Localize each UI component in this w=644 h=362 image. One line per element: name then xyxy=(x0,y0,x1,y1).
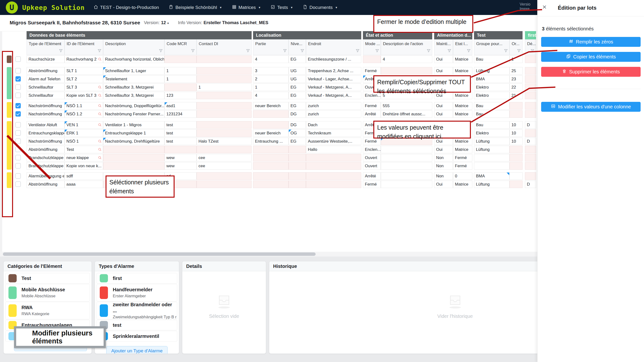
column-header-declenchement[interactable]: Dé... xyxy=(525,39,536,55)
column-header-endroit[interactable]: Endroit xyxy=(306,39,361,55)
cell-declenchement[interactable] xyxy=(525,172,536,180)
filter-icon[interactable] xyxy=(448,49,451,54)
cell-contact-di[interactable]: Halo TZest xyxy=(196,138,252,145)
filter-icon[interactable] xyxy=(246,49,250,54)
cell-mode[interactable]: Fermé xyxy=(363,181,381,188)
cell-id[interactable]: neue klappe xyxy=(64,154,103,161)
cell-ordre[interactable]: 10 xyxy=(510,121,522,129)
cell-type[interactable]: Alarm auf Telefon xyxy=(26,75,64,83)
cell-ordre[interactable]: 22 xyxy=(510,83,522,91)
cell-niveau[interactable]: OG xyxy=(288,129,306,137)
cell-niveau[interactable]: EG xyxy=(288,102,306,110)
cell-niveau[interactable] xyxy=(288,146,306,153)
cell-etat[interactable]: Matrice xyxy=(453,92,472,99)
cell-mode[interactable]: Fermé xyxy=(363,102,381,110)
cell-contact-di[interactable] xyxy=(196,67,252,74)
cell-mode[interactable]: Arrêté xyxy=(363,75,381,83)
cell-etat[interactable] xyxy=(453,75,472,83)
search-icon[interactable] xyxy=(98,94,102,98)
cell-niveau[interactable] xyxy=(288,154,306,161)
cell-id[interactable]: NSÖ 1.2 xyxy=(64,110,103,118)
filter-icon[interactable] xyxy=(191,49,195,54)
cell-niveau[interactable]: UG xyxy=(288,67,306,74)
cell-id[interactable]: Kopie von neue k... xyxy=(64,162,103,170)
cell-endroit[interactable]: zurich xyxy=(306,102,361,110)
cell-id[interactable]: Test xyxy=(64,146,103,153)
cell-endroit[interactable]: Verkauf - Lager, Achse... xyxy=(306,75,361,83)
cell-maintien[interactable]: Oui xyxy=(434,92,453,99)
cell-contact-di[interactable] xyxy=(196,172,252,180)
cell-code-mcr[interactable]: 1 xyxy=(164,75,196,83)
filter-icon[interactable] xyxy=(283,49,287,54)
cell-etat[interactable]: Matrice xyxy=(453,67,472,74)
cell-etat[interactable] xyxy=(453,83,472,91)
cell-ordre[interactable]: 25 xyxy=(510,67,522,74)
cell-type[interactable]: Nachströmöffnung xyxy=(26,102,64,110)
cell-endroit[interactable]: Treppenhaus 2, Achse ... xyxy=(306,67,361,74)
cell-partie[interactable] xyxy=(253,121,288,129)
cell-type[interactable]: Abströmöffnung xyxy=(26,67,64,74)
cell-description[interactable]: Schnelllauftor 3, Metzgerei xyxy=(103,83,164,91)
cell-code-mcr[interactable]: wew xyxy=(164,154,196,161)
cell-action-description[interactable] xyxy=(381,146,432,153)
cell-code-mcr[interactable]: test xyxy=(164,129,196,137)
cell-groupe[interactable]: Bau xyxy=(474,121,510,129)
cell-etat[interactable]: Matrice xyxy=(453,138,472,145)
cell-endroit[interactable] xyxy=(306,162,361,170)
close-icon[interactable]: × xyxy=(542,3,547,11)
cell-action-description[interactable] xyxy=(381,138,432,145)
cell-declenchement[interactable] xyxy=(525,55,536,63)
cell-description[interactable] xyxy=(103,162,164,170)
filter-icon[interactable] xyxy=(504,49,508,54)
row-checkbox[interactable] xyxy=(16,163,21,168)
cell-action-description[interactable] xyxy=(381,172,432,180)
cell-code-mcr[interactable] xyxy=(164,181,196,188)
alarm-type-item[interactable]: HandfeuermelderErster Alarmgeber xyxy=(96,284,177,302)
cell-groupe[interactable] xyxy=(474,154,510,161)
cell-mode[interactable]: Fermé xyxy=(363,67,381,74)
add-category-button-partial[interactable] xyxy=(14,342,87,351)
cell-id[interactable]: ERK 1 xyxy=(64,129,103,137)
alarm-type-item[interactable]: Sprinkleralarmventil xyxy=(96,331,177,342)
cell-description[interactable]: Schnelllauftor 3, Metzgerei xyxy=(103,92,164,99)
column-header-action-description[interactable]: Description de l'action xyxy=(381,39,432,55)
cell-description[interactable]: Nachströmung, Drehflügeltüre xyxy=(103,138,164,145)
cell-type[interactable]: Alarmübertragung ext... xyxy=(26,172,64,180)
cell-endroit[interactable]: Aussentüre Westseite,... xyxy=(306,138,361,145)
cell-partie[interactable] xyxy=(253,154,288,161)
filter-icon[interactable] xyxy=(427,49,430,54)
cell-mode[interactable]: Ouvert xyxy=(363,83,381,91)
cell-mode[interactable]: Ouvert xyxy=(363,162,381,170)
cell-contact-di[interactable] xyxy=(196,129,252,137)
cell-niveau[interactable] xyxy=(288,162,306,170)
search-icon[interactable] xyxy=(98,112,102,117)
search-icon[interactable] xyxy=(98,57,102,62)
cell-etat[interactable]: Matrice xyxy=(453,181,472,188)
cell-contact-di[interactable] xyxy=(196,75,252,83)
search-icon[interactable] xyxy=(98,148,102,153)
cell-niveau[interactable]: UG xyxy=(288,75,306,83)
nav-item-documents[interactable]: Documents▼ xyxy=(302,4,338,11)
cell-id[interactable]: aaaa xyxy=(64,181,103,188)
cell-type[interactable]: Nachströmöffnung xyxy=(26,138,64,145)
cell-groupe[interactable] xyxy=(474,162,510,170)
row-checkbox[interactable] xyxy=(16,147,21,152)
cell-declenchement[interactable]: D xyxy=(525,121,536,129)
cell-ordre[interactable]: 21 xyxy=(510,92,522,99)
cell-ordre[interactable]: 1 xyxy=(510,55,522,63)
cell-endroit[interactable]: Verkauf - Metzgerei, A... xyxy=(306,92,361,99)
cell-code-mcr[interactable]: 1 xyxy=(164,67,196,74)
cell-ordre[interactable] xyxy=(510,172,522,180)
cell-description[interactable]: Rauchvorhang horizontal, Oblicht xyxy=(103,55,164,63)
cell-action-description[interactable]: 5 xyxy=(381,92,432,99)
cell-niveau[interactable]: DG xyxy=(288,121,306,129)
row-checkbox[interactable] xyxy=(16,76,21,82)
cell-etat[interactable] xyxy=(453,129,472,137)
nav-item-test-design-to-production[interactable]: TEST - Design-to-Production xyxy=(94,4,159,11)
column-header-description[interactable]: Description xyxy=(103,39,164,55)
search-icon[interactable] xyxy=(98,139,102,144)
cell-declenchement[interactable] xyxy=(525,92,536,99)
search-icon[interactable] xyxy=(98,85,102,90)
cell-maintien[interactable] xyxy=(434,83,453,91)
cell-ordre[interactable] xyxy=(510,102,522,110)
